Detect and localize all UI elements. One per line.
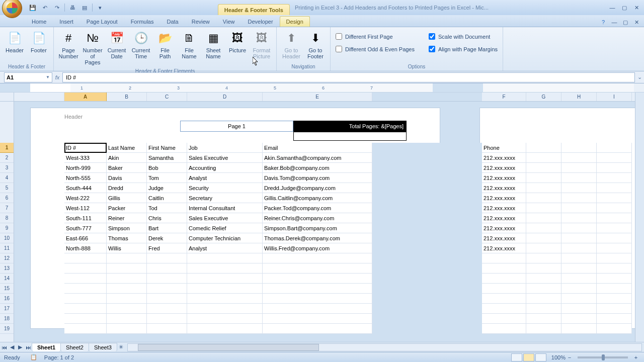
grid[interactable]: ABCDEFGHI Header Page 1 Total Pages: &[P… bbox=[14, 93, 635, 342]
fx-icon[interactable]: fx bbox=[52, 74, 62, 80]
expand-formula-icon[interactable]: ⌄ bbox=[635, 74, 644, 80]
save-icon[interactable]: 💾 bbox=[28, 3, 37, 12]
select-all-corner[interactable] bbox=[0, 93, 14, 102]
option-align-with-page-margins[interactable]: Align with Page Margins bbox=[427, 45, 500, 53]
row-3[interactable]: 3 bbox=[0, 163, 14, 173]
last-sheet-icon[interactable]: ⏭ bbox=[24, 343, 32, 351]
header-right-box[interactable]: Total Pages: &[Pages] bbox=[293, 121, 407, 132]
tab-formulas[interactable]: Formulas bbox=[124, 16, 160, 27]
restore-window-icon[interactable]: ▢ bbox=[621, 18, 630, 27]
row-16[interactable]: 16 bbox=[0, 294, 14, 304]
tab-review[interactable]: Review bbox=[185, 16, 216, 27]
col-F[interactable]: F bbox=[482, 93, 526, 101]
tab-developer[interactable]: Developer bbox=[241, 16, 279, 27]
current-time-button[interactable]: 🕒CurrentTime bbox=[129, 28, 152, 61]
row-15[interactable]: 15 bbox=[0, 284, 14, 294]
row-10[interactable]: 10 bbox=[0, 233, 14, 243]
horizontal-scrollbar[interactable] bbox=[127, 343, 642, 351]
col-C[interactable]: C bbox=[147, 93, 187, 101]
tab-home[interactable]: Home bbox=[25, 16, 53, 27]
row-1[interactable]: 1 bbox=[0, 143, 14, 153]
row-9[interactable]: 9 bbox=[0, 223, 14, 233]
zoom-slider[interactable] bbox=[578, 356, 628, 358]
format-picture-button: 🖼FormatPicture bbox=[250, 28, 273, 61]
checkbox[interactable] bbox=[336, 33, 342, 40]
page-layout-view-button[interactable] bbox=[523, 353, 534, 361]
row-7[interactable]: 7 bbox=[0, 203, 14, 213]
vertical-scrollbar[interactable] bbox=[635, 93, 644, 342]
minimize-ribbon-icon[interactable]: — bbox=[610, 18, 619, 27]
file-path-button[interactable]: 📂FilePath bbox=[153, 28, 177, 61]
option-different-odd-&-even-pages[interactable]: Different Odd & Even Pages bbox=[334, 45, 417, 53]
zoom-out-icon[interactable]: − bbox=[566, 353, 574, 361]
row-18[interactable]: 18 bbox=[0, 314, 14, 324]
insert-sheet-icon[interactable]: ✳ bbox=[117, 343, 125, 351]
sheet-tab-sheet1[interactable]: Sheet1 bbox=[32, 343, 61, 351]
sheet-tab-sheet2[interactable]: Sheet2 bbox=[60, 343, 89, 351]
checkbox[interactable] bbox=[336, 46, 342, 52]
row-4[interactable]: 4 bbox=[0, 173, 14, 183]
name-box[interactable]: A1 ▼ bbox=[4, 72, 52, 82]
file-name-button[interactable]: 🗎FileName bbox=[178, 28, 201, 61]
current-icon: 📅 bbox=[109, 30, 125, 46]
col-E[interactable]: E bbox=[263, 93, 372, 101]
first-sheet-icon[interactable]: ⏮ bbox=[0, 343, 8, 351]
tab-design[interactable]: Design bbox=[280, 16, 310, 27]
row-19[interactable]: 19 bbox=[0, 324, 14, 334]
row-2[interactable]: 2 bbox=[0, 153, 14, 163]
option-scale-with-document[interactable]: Scale with Document bbox=[427, 32, 500, 41]
picture-button[interactable]: 🖼Picture bbox=[226, 28, 249, 61]
page-number-button[interactable]: #PageNumber bbox=[57, 28, 80, 61]
chevron-down-icon[interactable]: ▼ bbox=[46, 75, 50, 79]
tab-data[interactable]: Data bbox=[160, 16, 185, 27]
zoom-in-icon[interactable]: + bbox=[632, 353, 640, 361]
close-icon[interactable]: ✕ bbox=[631, 3, 642, 12]
col-H[interactable]: H bbox=[561, 93, 597, 101]
help-icon[interactable]: ? bbox=[599, 18, 608, 27]
next-sheet-icon[interactable]: ▶ bbox=[16, 343, 24, 351]
current-date-button[interactable]: 📅CurrentDate bbox=[105, 28, 128, 61]
header-center-box[interactable]: Page 1 bbox=[180, 121, 293, 132]
qat-more-icon[interactable]: ▾ bbox=[96, 3, 105, 12]
sheet-tab-sheet3[interactable]: Sheet3 bbox=[89, 343, 117, 351]
header-right-caret[interactable] bbox=[293, 132, 407, 141]
close-workbook-icon[interactable]: ✕ bbox=[632, 18, 641, 27]
col-A[interactable]: A bbox=[64, 93, 107, 101]
tab-page-layout[interactable]: Page Layout bbox=[80, 16, 124, 27]
tab-insert[interactable]: Insert bbox=[53, 16, 80, 27]
row-11[interactable]: 11 bbox=[0, 243, 14, 253]
checkbox[interactable] bbox=[429, 33, 435, 40]
undo-icon[interactable]: ↶ bbox=[40, 3, 49, 12]
formula-input[interactable]: ID # bbox=[62, 72, 635, 82]
redo-icon[interactable]: ↷ bbox=[52, 3, 61, 12]
row-headers: 12345678910111213141516171819 bbox=[0, 93, 14, 342]
print-preview-icon[interactable]: 🖶 bbox=[68, 3, 77, 12]
tab-view[interactable]: View bbox=[216, 16, 242, 27]
row-5[interactable]: 5 bbox=[0, 183, 14, 193]
col-B[interactable]: B bbox=[107, 93, 147, 101]
footer-button[interactable]: 📄Footer bbox=[27, 28, 50, 61]
normal-view-button[interactable] bbox=[511, 353, 522, 361]
col-D[interactable]: D bbox=[187, 93, 263, 101]
row-12[interactable]: 12 bbox=[0, 253, 14, 263]
maximize-icon[interactable]: ▢ bbox=[619, 3, 630, 12]
prev-sheet-icon[interactable]: ◀ bbox=[8, 343, 16, 351]
option-different-first-page[interactable]: Different First Page bbox=[334, 32, 417, 41]
row-8[interactable]: 8 bbox=[0, 213, 14, 223]
minimize-icon[interactable]: — bbox=[607, 3, 618, 12]
header-button[interactable]: 📄Header bbox=[3, 28, 26, 61]
status-bar: Ready 📋 Page: 1 of 2 100% − + bbox=[0, 352, 644, 362]
go to-footer-button[interactable]: ⬇Go toFooter bbox=[304, 28, 327, 61]
col-G[interactable]: G bbox=[526, 93, 561, 101]
checkbox[interactable] bbox=[429, 46, 435, 52]
number-of pages-button[interactable]: №Numberof Pages bbox=[81, 28, 104, 67]
row-14[interactable]: 14 bbox=[0, 274, 14, 284]
row-13[interactable]: 13 bbox=[0, 263, 14, 274]
row-6[interactable]: 6 bbox=[0, 193, 14, 203]
window-title: Printing in Excel 3 - Add Headers and Fo… bbox=[290, 5, 494, 11]
col-I[interactable]: I bbox=[597, 93, 632, 101]
new-icon[interactable]: ▤ bbox=[80, 3, 89, 12]
sheet-name-button[interactable]: ▦SheetName bbox=[202, 28, 225, 61]
row-17[interactable]: 17 bbox=[0, 304, 14, 314]
page-break-view-button[interactable] bbox=[535, 353, 546, 361]
